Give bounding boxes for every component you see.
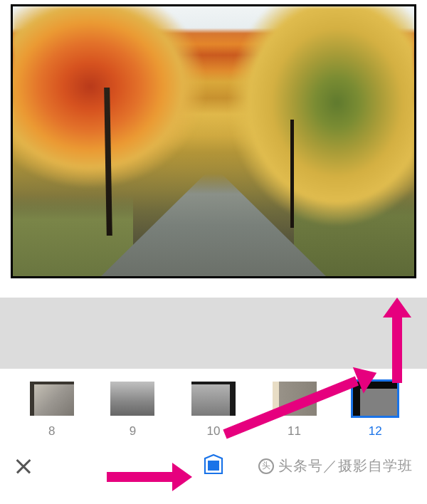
frame-thumbnail <box>30 382 74 416</box>
frame-thumbnail <box>273 382 317 416</box>
bottom-toolbar: 头 头条号／摄影自学班 <box>0 441 427 491</box>
watermark-label: 头条号／摄影自学班 <box>278 456 413 476</box>
watermark-logo-icon: 头 <box>258 458 274 474</box>
frame-label: 9 <box>130 424 136 439</box>
frame-thumbnail <box>191 382 236 416</box>
svg-rect-0 <box>208 461 219 471</box>
frame-style-9[interactable]: 9 <box>107 382 158 439</box>
frame-style-8[interactable]: 8 <box>26 382 78 439</box>
canvas-background <box>0 298 427 369</box>
frame-style-filmstrip: 8 9 10 11 12 <box>0 369 427 441</box>
frame-style-12[interactable]: 12 <box>349 382 401 439</box>
frame-thumbnail <box>353 382 397 416</box>
frame-tool-button[interactable] <box>203 454 224 478</box>
frame-icon <box>203 454 224 476</box>
frame-label: 12 <box>369 424 382 439</box>
frame-thumbnail <box>110 382 154 416</box>
frame-label: 11 <box>288 424 301 439</box>
watermark-text: 头 头条号／摄影自学班 <box>258 456 413 476</box>
preview-frame-border <box>11 4 416 278</box>
image-preview-area <box>11 4 416 298</box>
frame-style-10[interactable]: 10 <box>188 382 239 439</box>
frame-style-11[interactable]: 11 <box>269 382 320 439</box>
preview-image[interactable] <box>13 6 414 276</box>
close-icon[interactable] <box>14 457 33 476</box>
frame-label: 10 <box>207 424 221 439</box>
frame-label: 8 <box>48 424 55 439</box>
